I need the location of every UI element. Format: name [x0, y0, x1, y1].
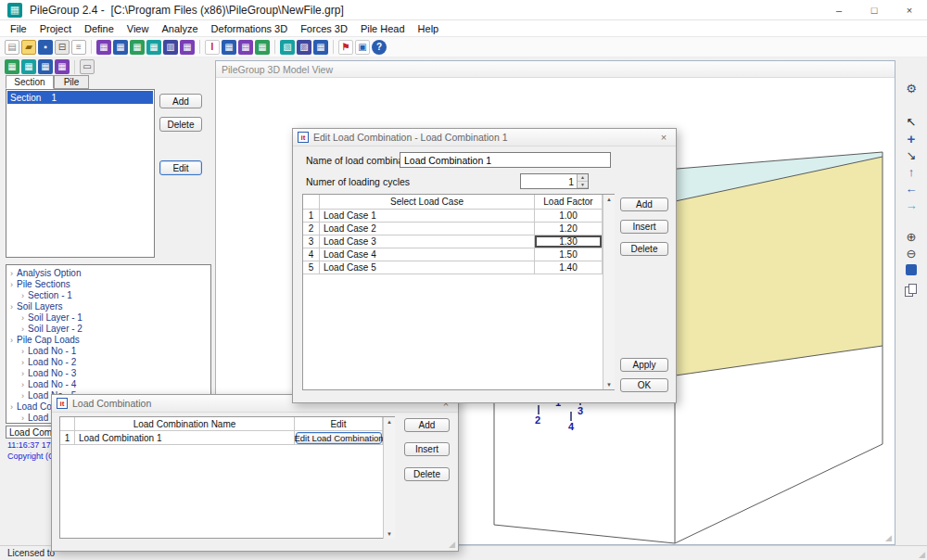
- load-case-cell[interactable]: Load Case 1: [320, 210, 535, 223]
- tree-item-pile-sections[interactable]: ›Pile Sections: [10, 279, 70, 289]
- add-button[interactable]: Add: [620, 197, 668, 211]
- sections-table-icon[interactable]: ▦: [5, 59, 19, 74]
- resize-grip-icon[interactable]: ◢: [885, 533, 892, 542]
- close-icon[interactable]: ×: [892, 0, 927, 19]
- fit-view-icon[interactable]: [902, 261, 921, 278]
- menu-deformations-3d[interactable]: Deformations 3D: [205, 22, 295, 35]
- pan-move-icon[interactable]: +: [902, 130, 921, 146]
- load-factor-cell[interactable]: 1.00: [535, 210, 603, 223]
- scroll-down-icon[interactable]: ▼: [384, 529, 395, 539]
- arrow-right-icon[interactable]: →: [902, 197, 921, 213]
- menu-help[interactable]: Help: [412, 22, 446, 35]
- list-item-selected[interactable]: Section 1: [7, 91, 153, 104]
- menu-forces-3d[interactable]: Forces 3D: [294, 22, 354, 35]
- delete-button[interactable]: Delete: [404, 467, 450, 481]
- tree-item-pile-cap-loads[interactable]: ›Pile Cap Loads: [10, 335, 80, 345]
- model-view-titlebar[interactable]: PileGroup 3D Model View: [216, 61, 895, 78]
- ok-button[interactable]: OK: [620, 378, 668, 392]
- save-file-icon[interactable]: ▪: [38, 40, 53, 55]
- apply-button[interactable]: Apply: [620, 358, 668, 372]
- menu-view[interactable]: View: [121, 22, 156, 35]
- window-titlebar[interactable]: ▦ PileGroup 2.4 - [C:\Program Files (x86…: [0, 0, 927, 20]
- print-icon[interactable]: ⊟: [55, 40, 70, 55]
- dialog-titlebar[interactable]: it Edit Load Combination - Load Combinat…: [293, 129, 676, 146]
- resize-grip-icon[interactable]: ◢: [449, 540, 455, 549]
- results-table-icon[interactable]: ▦: [313, 40, 328, 55]
- analysis-table-icon[interactable]: ▦: [222, 40, 236, 55]
- combination-name-input[interactable]: [400, 152, 611, 168]
- table-scrollbar[interactable]: ▲ ▼: [383, 417, 395, 539]
- pile-layout-icon[interactable]: ▥: [163, 40, 178, 55]
- spin-down-icon[interactable]: ▼: [578, 182, 588, 189]
- forces-3d-icon[interactable]: ▨: [297, 40, 311, 55]
- data-form-icon[interactable]: ▭: [80, 59, 95, 74]
- scroll-up-icon[interactable]: ▲: [603, 195, 615, 204]
- loads-table-icon[interactable]: ▦: [55, 59, 70, 74]
- arrow-left-icon[interactable]: ←: [902, 180, 921, 197]
- menu-pile-head[interactable]: Pile Head: [354, 22, 412, 35]
- run-analysis-icon[interactable]: ⚑: [338, 40, 353, 55]
- arrow-up-icon[interactable]: ↑: [902, 163, 921, 180]
- resize-view-icon[interactable]: ↘: [902, 146, 921, 163]
- edit-button[interactable]: Edit: [159, 160, 202, 175]
- piles-table-icon[interactable]: ▦: [21, 59, 36, 74]
- maximize-icon[interactable]: □: [857, 0, 892, 19]
- tree-item-load-no-4[interactable]: ›Load No - 4: [21, 379, 76, 389]
- pile-head-section-icon[interactable]: I: [205, 40, 220, 55]
- add-button[interactable]: Add: [159, 94, 202, 108]
- tab-pile[interactable]: Pile: [54, 75, 89, 89]
- tree-item-load-no-3[interactable]: ›Load No - 3: [21, 368, 76, 378]
- table-scrollbar[interactable]: ▲ ▼: [603, 195, 615, 389]
- section-listbox[interactable]: Section 1: [6, 89, 155, 258]
- load-case-cell[interactable]: Load Case 5: [320, 261, 535, 274]
- scroll-up-icon[interactable]: ▲: [384, 417, 395, 426]
- menu-file[interactable]: File: [4, 22, 33, 35]
- tree-item-load-no-1[interactable]: ›Load No - 1: [21, 346, 76, 356]
- pile-cap-icon[interactable]: ▦: [146, 40, 161, 55]
- zoom-in-icon[interactable]: ⊕: [902, 228, 921, 245]
- close-icon[interactable]: ×: [656, 132, 671, 143]
- load-factor-cell[interactable]: 1.50: [535, 248, 603, 261]
- scroll-down-icon[interactable]: ▼: [603, 380, 615, 389]
- insert-button[interactable]: Insert: [404, 442, 450, 456]
- tree-item-soil-layer-1[interactable]: ›Soil Layer - 1: [21, 312, 83, 323]
- insert-button[interactable]: Insert: [620, 220, 668, 234]
- load-case-cell[interactable]: Load Case 2: [320, 223, 535, 235]
- tree-item-load-no-2[interactable]: ›Load No - 2: [21, 357, 76, 367]
- new-file-icon[interactable]: ▤: [5, 40, 19, 55]
- open-file-icon[interactable]: ▰: [21, 40, 36, 55]
- tree-item-soil-layer-2[interactable]: ›Soil Layer - 2: [21, 324, 83, 334]
- menu-analyze[interactable]: Analyze: [155, 22, 204, 35]
- zoom-out-icon[interactable]: ⊖: [902, 245, 921, 261]
- group-table-icon[interactable]: ▦: [238, 40, 253, 55]
- delete-button[interactable]: Delete: [620, 242, 668, 256]
- tree-item-section-1[interactable]: ›Section - 1: [21, 290, 72, 300]
- tree-item-analysis-option[interactable]: ›Analysis Option: [10, 268, 81, 278]
- define-section-icon[interactable]: ▦: [96, 40, 111, 55]
- project-settings-icon[interactable]: ≡: [71, 40, 86, 55]
- menu-define[interactable]: Define: [78, 22, 121, 35]
- about-icon[interactable]: ?: [372, 40, 387, 55]
- edit-load-combination-button[interactable]: Edit Load Combination: [296, 432, 382, 444]
- add-button[interactable]: Add: [404, 418, 450, 432]
- tab-section[interactable]: Section: [6, 75, 54, 89]
- delete-button[interactable]: Delete: [159, 117, 202, 132]
- load-factor-cell-selected[interactable]: 1.30: [535, 235, 603, 248]
- define-loads-icon[interactable]: ▦: [180, 40, 195, 55]
- load-factor-cell[interactable]: 1.20: [535, 223, 603, 235]
- combination-name-cell[interactable]: Load Combination 1: [75, 431, 295, 445]
- copy-view-icon[interactable]: [902, 282, 921, 299]
- load-factor-cell[interactable]: 1.40: [535, 261, 603, 274]
- select-pointer-icon[interactable]: ↖: [902, 113, 921, 130]
- load-case-cell[interactable]: Load Case 3: [320, 235, 535, 248]
- plot-3d-icon[interactable]: ▣: [355, 40, 370, 55]
- load-case-cell[interactable]: Load Case 4: [320, 248, 535, 261]
- define-soil-icon[interactable]: ▦: [130, 40, 145, 55]
- minimize-icon[interactable]: –: [821, 0, 857, 19]
- combination-name-field[interactable]: [400, 155, 610, 166]
- soil-data-table-icon[interactable]: ▦: [38, 59, 53, 74]
- settings-gear-icon[interactable]: ⚙: [902, 80, 921, 96]
- tree-item-soil-layers[interactable]: ›Soil Layers: [10, 301, 62, 312]
- deformations-3d-icon[interactable]: ▧: [280, 40, 295, 55]
- menu-project[interactable]: Project: [33, 22, 78, 35]
